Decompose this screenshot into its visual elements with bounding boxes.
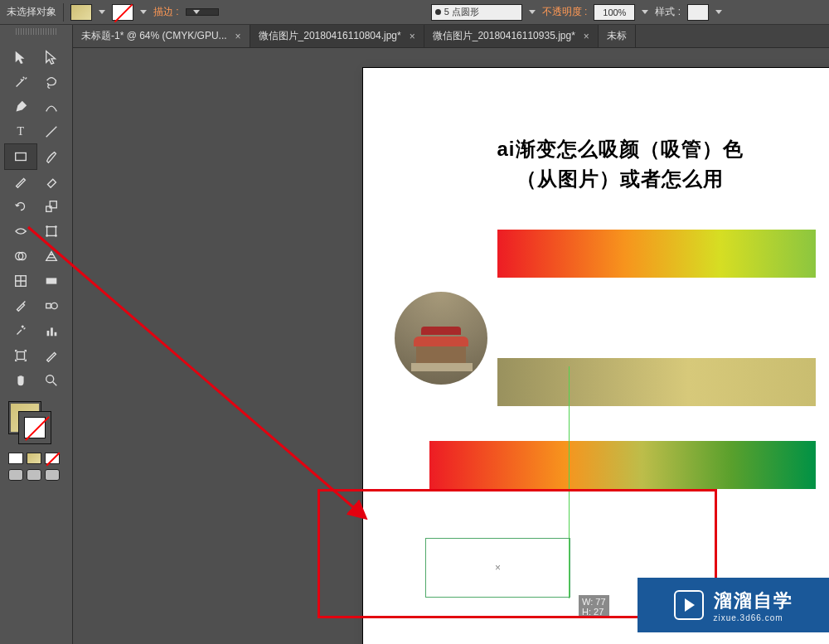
fill-swatch[interactable] (70, 4, 92, 21)
canvas-area[interactable]: ai渐变怎么吸颜（吸管）色 （从图片）或者怎么用 × W: 77 H: 27 (73, 48, 829, 644)
graphic-style-swatch[interactable] (687, 4, 709, 21)
svg-rect-1 (46, 206, 51, 211)
svg-rect-15 (51, 327, 53, 336)
drawing-rectangle[interactable]: × (425, 538, 570, 598)
mesh-tool[interactable] (5, 269, 36, 293)
gradient-bar-2[interactable] (497, 358, 816, 406)
artboard[interactable]: ai渐变怎么吸颜（吸管）色 （从图片）或者怎么用 × W: 77 H: 27 (363, 68, 829, 644)
dim-height: H: 27 (582, 607, 606, 617)
document-tab-overflow[interactable]: 未标 (599, 25, 636, 47)
svg-rect-14 (47, 331, 50, 336)
scale-tool[interactable] (36, 194, 68, 219)
document-tab-strip: 未标题-1* @ 64% (CMYK/GPU... × 微信图片_2018041… (0, 25, 829, 48)
svg-point-18 (46, 375, 54, 383)
document-tab-1[interactable]: 未标题-1* @ 64% (CMYK/GPU... × (73, 25, 250, 47)
svg-rect-0 (15, 153, 26, 161)
lasso-tool[interactable] (36, 70, 68, 94)
svg-rect-11 (46, 278, 57, 283)
artwork-title-line2: （从图片）或者怎么用 (405, 164, 829, 194)
brush-definition-select[interactable]: 5 点圆形 (431, 4, 522, 21)
watermark-url: zixue.3d66.com (714, 613, 783, 622)
svg-point-5 (55, 225, 57, 228)
free-transform-tool[interactable] (36, 219, 68, 244)
svg-point-13 (51, 303, 57, 308)
width-tool[interactable] (5, 219, 36, 244)
stroke-indicator[interactable] (18, 411, 51, 444)
gradient-tool[interactable] (36, 269, 68, 293)
tab-label: 微信图片_20180416110804.jpg* (259, 29, 401, 43)
direct-selection-tool[interactable] (36, 45, 68, 70)
opacity-label[interactable]: 不透明度 : (542, 5, 588, 19)
hand-tool[interactable] (5, 368, 36, 393)
tab-label: 未标题-1* @ 64% (CMYK/GPU... (81, 29, 227, 43)
artboard-tool[interactable] (5, 343, 36, 368)
svg-rect-12 (46, 303, 51, 307)
svg-point-6 (46, 235, 49, 237)
color-mode-solid[interactable] (8, 453, 23, 464)
style-label: 样式 : (655, 5, 681, 19)
toolbox-grip-icon[interactable] (16, 28, 57, 35)
document-tab-2[interactable]: 微信图片_20180416110804.jpg* × (250, 25, 424, 47)
watermark-brand: 溜溜自学 (714, 588, 793, 613)
brush-dropdown-icon[interactable] (529, 10, 536, 14)
draw-behind[interactable] (27, 469, 41, 481)
tab-overflow-label: 未标 (607, 29, 627, 43)
style-dropdown-icon[interactable] (715, 10, 722, 14)
fill-dropdown-icon[interactable] (99, 10, 105, 14)
line-segment-tool[interactable] (36, 119, 68, 144)
curvature-tool[interactable] (36, 94, 68, 119)
type-tool[interactable]: T (5, 119, 36, 144)
opacity-dropdown-icon[interactable] (642, 10, 648, 14)
close-icon[interactable]: × (410, 31, 415, 42)
column-graph-tool[interactable] (36, 318, 68, 343)
dim-width: W: 77 (582, 597, 606, 607)
eyedropper-tool[interactable] (5, 293, 36, 318)
selection-tool[interactable] (5, 45, 36, 70)
draw-mode-row (0, 467, 72, 487)
paintbrush-tool[interactable] (36, 144, 68, 169)
color-mode-gradient[interactable] (27, 453, 41, 464)
svg-rect-3 (47, 227, 56, 236)
stroke-weight-stepper-icon[interactable] (193, 10, 200, 14)
zoom-tool[interactable] (36, 368, 68, 393)
fill-stroke-indicator[interactable] (8, 401, 51, 444)
artwork-title-line1: ai渐变怎么吸颜（吸管）色 (405, 134, 829, 164)
close-icon[interactable]: × (235, 31, 241, 42)
rectangle-tool[interactable] (5, 144, 36, 169)
symbol-sprayer-tool[interactable] (5, 318, 36, 343)
eraser-tool[interactable] (36, 169, 68, 194)
document-tab-3[interactable]: 微信图片_20180416110935.jpg* × (424, 25, 599, 47)
opacity-value: 100% (603, 7, 626, 17)
opacity-input[interactable]: 100% (594, 4, 635, 21)
brush-definition-label: 5 点圆形 (444, 6, 479, 18)
color-mode-none[interactable] (45, 453, 60, 464)
no-selection-label: 未选择对象 (7, 5, 56, 19)
close-icon[interactable]: × (584, 31, 589, 42)
stroke-swatch[interactable] (112, 4, 133, 21)
gradient-bar-3[interactable] (429, 441, 816, 489)
pencil-tool[interactable] (5, 169, 36, 194)
svg-point-4 (46, 225, 49, 228)
play-icon (674, 590, 704, 620)
circular-image[interactable] (395, 292, 487, 385)
svg-rect-17 (17, 352, 24, 360)
draw-normal[interactable] (8, 469, 23, 481)
stroke-dropdown-icon[interactable] (140, 10, 147, 14)
gradient-bar-1[interactable] (497, 230, 816, 278)
svg-point-7 (55, 235, 57, 237)
stroke-label[interactable]: 描边 : (153, 5, 179, 19)
shape-builder-tool[interactable] (5, 244, 36, 269)
tool-grid: T (0, 45, 72, 393)
artwork-title: ai渐变怎么吸颜（吸管）色 （从图片）或者怎么用 (405, 134, 829, 194)
svg-rect-16 (55, 332, 57, 337)
dimension-tooltip: W: 77 H: 27 (579, 595, 609, 618)
slice-tool[interactable] (36, 343, 68, 368)
color-mode-row (0, 449, 72, 467)
blend-tool[interactable] (36, 293, 68, 318)
draw-inside[interactable] (45, 469, 60, 481)
stroke-weight-input[interactable] (186, 8, 219, 16)
rotate-tool[interactable] (5, 194, 36, 219)
magic-wand-tool[interactable] (5, 70, 36, 94)
pen-tool[interactable] (5, 94, 36, 119)
perspective-grid-tool[interactable] (36, 244, 68, 269)
